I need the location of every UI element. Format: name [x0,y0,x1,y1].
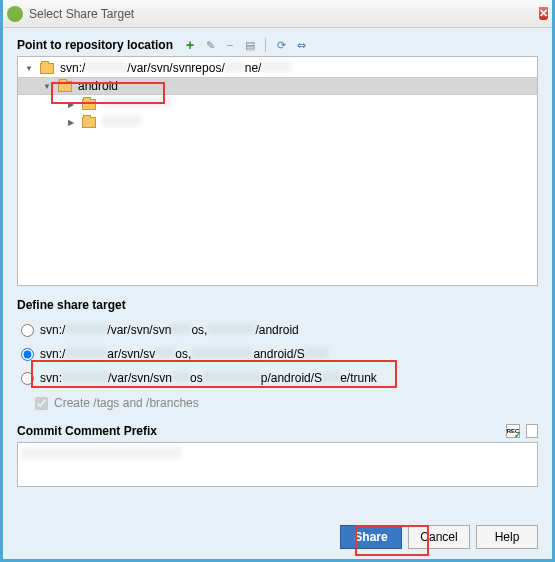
close-button[interactable]: ✕ [539,7,548,20]
help-button[interactable]: Help [476,525,538,549]
remove-icon[interactable]: − [223,38,237,52]
tree-child-label [102,115,142,129]
tree-child-row[interactable] [18,113,537,131]
share-option-1[interactable]: svn://var/svn/svnos,/android [17,318,538,342]
commit-comment-input[interactable] [17,442,538,487]
folder-icon [58,81,72,92]
folder-icon [82,99,96,110]
titlebar: Select Share Target ✕ [3,0,552,28]
repo-section-header: Point to repository location + ✎ − ▤ ⟳ ⇔ [17,38,538,52]
option-1-label: svn://var/svn/svnos,/android [40,323,299,337]
tree-root-row[interactable]: svn://var/svn/svnrepos/ne/ [18,59,537,77]
tree-root-label: svn://var/svn/svnrepos/ne/ [60,61,291,75]
add-location-icon[interactable]: + [183,38,197,52]
tree-android-label: android [78,79,118,93]
radio-option-1[interactable] [21,324,34,337]
repo-tree[interactable]: svn://var/svn/svnrepos/ne/ android [17,56,538,286]
collapse-all-icon[interactable]: ⇔ [294,38,308,52]
radio-option-3[interactable] [21,372,34,385]
folder-icon [82,117,96,128]
expand-arrow-icon[interactable] [42,81,52,91]
template-icon[interactable]: REC [506,424,520,438]
page-icon[interactable] [526,424,538,438]
folder-icon [40,63,54,74]
repo-section-title: Point to repository location [17,38,173,52]
tree-child-row[interactable] [18,95,537,113]
button-bar: Share Cancel Help [17,515,538,549]
commit-prefix-title: Commit Comment Prefix [17,424,157,438]
create-branches-row: Create /tags and /branches [17,396,538,410]
toolbar-divider [265,38,266,52]
refresh-icon[interactable]: ⟳ [274,38,288,52]
share-button[interactable]: Share [340,525,402,549]
app-icon [7,6,23,22]
expand-arrow-icon[interactable] [66,117,76,127]
option-2-label: svn:/ar/svn/svos,android/S [40,347,329,361]
expand-arrow-icon[interactable] [66,99,76,109]
radio-option-2[interactable] [21,348,34,361]
copy-icon[interactable]: ▤ [243,38,257,52]
tree-android-row[interactable]: android [18,77,537,95]
tree-child-label [102,97,172,111]
edit-icon[interactable]: ✎ [203,38,217,52]
commit-prefix-header: Commit Comment Prefix REC [17,424,538,438]
window-title: Select Share Target [29,7,539,21]
share-option-2[interactable]: svn:/ar/svn/svos,android/S [17,342,538,366]
define-section-title: Define share target [17,298,538,312]
create-branches-checkbox [35,397,48,410]
share-option-3[interactable]: svn:/var/svn/svnosp/android/Se/trunk [17,366,538,390]
expand-arrow-icon[interactable] [24,63,34,73]
create-branches-label: Create /tags and /branches [54,396,199,410]
option-3-label: svn:/var/svn/svnosp/android/Se/trunk [40,371,377,385]
cancel-button[interactable]: Cancel [408,525,470,549]
